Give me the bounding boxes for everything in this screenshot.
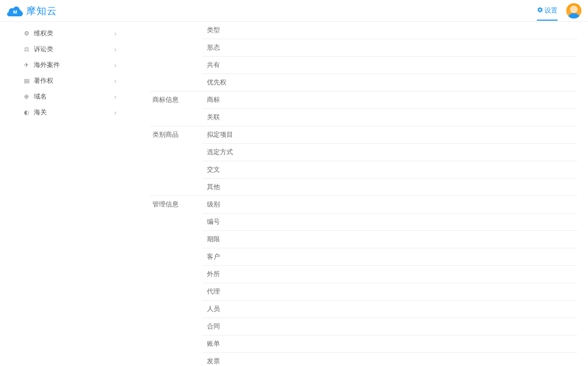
plane-icon: ✈ xyxy=(24,62,30,69)
table-row[interactable]: 合同 xyxy=(150,318,577,335)
field-name-cell: 商标 xyxy=(203,91,577,109)
field-name-cell: 交文 xyxy=(203,161,577,179)
sidebar-item-label: 海外案件 xyxy=(34,60,60,70)
settings-label: 设置 xyxy=(544,6,558,15)
table-row[interactable]: 共有 xyxy=(150,57,577,74)
field-name-cell: 关联 xyxy=(203,109,577,126)
table-row[interactable]: 类型 xyxy=(150,22,577,39)
chevron-right-icon: › xyxy=(114,93,117,101)
field-name-cell: 客户 xyxy=(203,248,577,266)
table-row[interactable]: 编号 xyxy=(150,213,577,231)
svg-text:M: M xyxy=(13,9,17,15)
table-row[interactable]: 管理信息级别 xyxy=(150,196,577,213)
table-row[interactable]: 客户 xyxy=(150,248,577,266)
sidebar: ⚙ 维权类 › ⚖ 诉讼类 › ✈ 海外案件 › ▤ 著作权 › xyxy=(0,22,120,366)
clock-icon: ◐ xyxy=(24,109,30,116)
page-header: M 摩知云 设置 xyxy=(0,0,588,22)
sidebar-item-domain[interactable]: ⊕ 域名 › xyxy=(24,89,120,105)
logo-area[interactable]: M 摩知云 xyxy=(7,4,57,17)
table-row[interactable]: 选定方式 xyxy=(150,144,577,161)
field-name-cell: 外所 xyxy=(203,266,577,283)
field-name-cell: 选定方式 xyxy=(203,144,577,161)
section-name-cell: 类别商品 xyxy=(150,126,203,196)
chevron-right-icon: › xyxy=(114,77,117,85)
section-name-cell xyxy=(150,22,203,91)
sidebar-item-label: 域名 xyxy=(34,92,47,101)
field-name-cell: 级别 xyxy=(203,196,577,213)
chevron-right-icon: › xyxy=(114,108,117,117)
chevron-right-icon: › xyxy=(114,61,117,69)
section-name-cell: 商标信息 xyxy=(150,91,203,126)
settings-link[interactable]: 设置 xyxy=(537,6,558,21)
sidebar-item-litigation[interactable]: ⚖ 诉讼类 › xyxy=(24,41,120,57)
table-row[interactable]: 期限 xyxy=(150,231,577,248)
table-row[interactable]: 类别商品拟定项目 xyxy=(150,126,577,144)
table-row[interactable]: 外所 xyxy=(150,266,577,283)
header-right: 设置 xyxy=(537,3,581,19)
field-name-cell: 优先权 xyxy=(203,74,577,91)
field-name-cell: 合同 xyxy=(203,318,577,335)
table-row[interactable]: 其他 xyxy=(150,179,577,196)
globe-icon: ⊕ xyxy=(24,93,30,100)
field-name-cell: 账单 xyxy=(203,335,577,353)
field-name-cell: 代理 xyxy=(203,283,577,301)
sidebar-item-copyright[interactable]: ▤ 著作权 › xyxy=(24,73,120,89)
table-row[interactable]: 发票 xyxy=(150,353,577,367)
sidebar-item-overseas[interactable]: ✈ 海外案件 › xyxy=(24,57,120,73)
main-content: 类型形态共有优先权商标信息商标关联类别商品拟定项目选定方式交文其他管理信息级别编… xyxy=(120,22,588,366)
field-name-cell: 拟定项目 xyxy=(203,126,577,144)
chevron-right-icon: › xyxy=(114,45,117,53)
table-row[interactable]: 关联 xyxy=(150,109,577,126)
sidebar-item-label: 海关 xyxy=(34,108,47,117)
chevron-right-icon: › xyxy=(114,29,117,38)
sidebar-item-rights[interactable]: ⚙ 维权类 › xyxy=(24,26,120,41)
sidebar-item-label: 维权类 xyxy=(34,29,53,38)
field-name-cell: 人员 xyxy=(203,301,577,318)
field-name-cell: 形态 xyxy=(203,39,577,57)
table-row[interactable]: 形态 xyxy=(150,39,577,57)
field-name-cell: 其他 xyxy=(203,179,577,196)
field-name-cell: 期限 xyxy=(203,231,577,248)
gear-icon xyxy=(537,7,543,15)
gear-small-icon: ⚙ xyxy=(24,30,30,37)
sidebar-item-label: 著作权 xyxy=(34,76,53,86)
field-name-cell: 编号 xyxy=(203,213,577,231)
sidebar-item-customs[interactable]: ◐ 海关 › xyxy=(24,105,120,120)
brand-name: 摩知云 xyxy=(26,4,57,17)
field-name-cell: 共有 xyxy=(203,57,577,74)
table-row[interactable]: 账单 xyxy=(150,335,577,353)
section-name-cell: 管理信息 xyxy=(150,196,203,367)
table-row[interactable]: 商标信息商标 xyxy=(150,91,577,109)
scale-icon: ⚖ xyxy=(24,46,30,53)
settings-table: 类型形态共有优先权商标信息商标关联类别商品拟定项目选定方式交文其他管理信息级别编… xyxy=(150,22,577,366)
cloud-logo-icon: M xyxy=(7,4,24,17)
main-container: ⚙ 维权类 › ⚖ 诉讼类 › ✈ 海外案件 › ▤ 著作权 › xyxy=(0,22,588,366)
table-row[interactable]: 代理 xyxy=(150,283,577,301)
field-name-cell: 发票 xyxy=(203,353,577,367)
book-icon: ▤ xyxy=(24,77,30,84)
table-row[interactable]: 人员 xyxy=(150,301,577,318)
table-row[interactable]: 优先权 xyxy=(150,74,577,91)
avatar[interactable] xyxy=(566,3,581,19)
field-name-cell: 类型 xyxy=(203,22,577,39)
sidebar-item-label: 诉讼类 xyxy=(34,45,53,54)
table-row[interactable]: 交文 xyxy=(150,161,577,179)
